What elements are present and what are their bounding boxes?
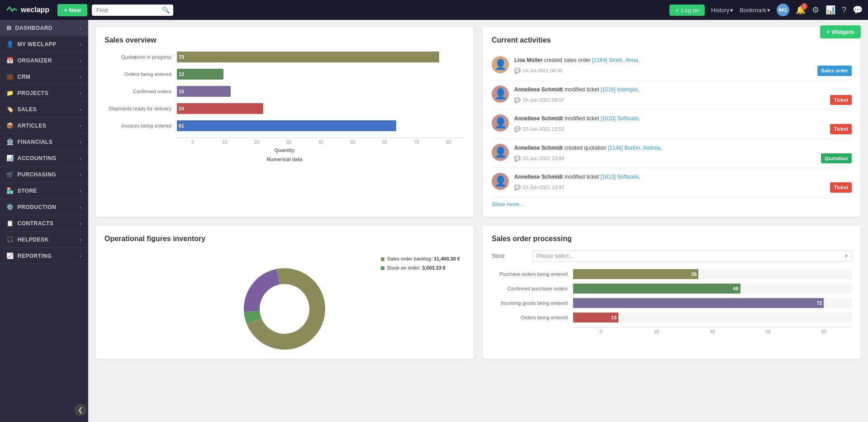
proc-bar-container: 36 [573,269,852,279]
sidebar-item-store[interactable]: 🏪 STORE › [0,183,88,199]
chart-note: Numerical data [104,156,465,162]
activity-link[interactable]: [1146] Burlon, Andrea [608,145,660,151]
search-icon: 🔍 [162,6,170,14]
avatar[interactable]: MG [777,4,789,16]
sidebar-icon-financials: 🏦 [6,138,14,145]
proc-bar-value: 72 [816,300,822,306]
activity-time: 💬 23-Jun-2021 13:48 [514,155,564,162]
proc-bar: 36 [573,269,698,279]
main-content: Sales overview Quotations in progress 73… [88,20,868,422]
bar: 61 [177,120,396,131]
sidebar-item-helpdesk[interactable]: 🎧 HELPDESK › [0,232,88,248]
sidebar-label-reporting: REPORTING [18,253,52,259]
activity-text: Anneliese Schmidt created quotation [114… [514,144,852,152]
history-button[interactable]: History ▾ [711,7,733,14]
sidebar-label-articles: ARTICLES [18,123,47,129]
avatar-icon: 👤 [494,147,507,158]
sidebar-item-reporting[interactable]: 📈 REPORTING › [0,248,88,264]
activity-badge[interactable]: Ticket [830,95,852,105]
pie-legend-dot [381,266,384,270]
sidebar-label-store: STORE [18,188,38,194]
notification-icon-wrap[interactable]: 🔔 5 [796,5,806,15]
activity-badge[interactable]: Ticket [830,124,852,134]
pie-tooltip-line: Sales order backlog: 11,400.30 € [377,255,460,264]
sidebar-icon-purchasing: 🛒 [6,171,14,178]
new-button[interactable]: + New [57,4,87,16]
activity-link[interactable]: [1610] Software [601,115,639,122]
x-tick: 60 [369,140,401,145]
sidebar-chevron-articles: › [80,123,82,128]
store-select[interactable]: Please select... ▾ [532,250,852,262]
pie-legend-label: Sales order backlog: 11,400.30 € [387,255,460,263]
sidebar-item-sales[interactable]: 🏷️ SALES › [0,101,88,118]
bar-row: Orders being entered 13 [104,69,465,80]
activity-meta: 💬 14-Jul-2021 04:36 Sales order [514,66,852,76]
bar-row: Quotations in progress 73 [104,52,465,62]
sidebar-icon-contracts: 📋 [6,220,14,227]
chart-icon[interactable]: 📊 [825,5,835,15]
sidebar-item-financials[interactable]: 🏦 FINANCIALS › [0,134,88,150]
x-tick: 20 [241,140,273,145]
sidebar-item-my-weclapp[interactable]: 👤 MY WECLAPP › [0,36,88,52]
sidebar-item-accounting[interactable]: 📊 ACCOUNTING › [0,150,88,166]
proc-x-tick: 20 [629,329,684,334]
sidebar-icon-dashboard: ⊞ [6,24,12,31]
sidebar-collapse-button[interactable]: ❮ [75,404,86,416]
activity-time: 💬 23-Jun-2021 13:53 [514,125,564,133]
avatar-icon: 👤 [494,88,507,100]
activity-meta: 💬 23-Jun-2021 13:48 Quotation [514,153,852,164]
sidebar-chevron-sales: › [80,107,82,112]
sidebar-chevron-reporting: › [80,253,82,259]
activity-link[interactable]: [1516] esempio [601,86,638,93]
bar-container: 13 [177,69,465,80]
activity-time: 💬 23-Jun-2021 13:47 [514,184,564,191]
bar-value-inside: 15 [179,89,184,94]
activity-link[interactable]: [1613] Software [601,174,639,180]
help-icon[interactable]: ? [842,5,846,15]
operational-figures-title: Operational figures inventory [104,235,465,243]
sidebar-label-accounting: ACCOUNTING [18,155,57,161]
proc-bar-container: 72 [573,298,852,308]
sidebar: ⊞ DASHBOARD › 👤 MY WECLAPP › 📅 ORGANIZER… [0,20,88,422]
proc-x-tick: 40 [684,329,740,334]
search-input[interactable] [92,5,173,16]
proc-bar: 48 [573,284,740,294]
logon-button[interactable]: ✓ Log on [669,5,705,16]
avatar-icon: 👤 [494,175,507,187]
sidebar-item-organizer[interactable]: 📅 ORGANIZER › [0,52,88,69]
chat-icon[interactable]: 💬 [853,5,863,15]
sidebar-label-financials: FINANCIALS [18,139,53,145]
widgets-button[interactable]: + Widgets [820,25,861,38]
sidebar-chevron-projects: › [80,90,82,96]
sidebar-item-projects[interactable]: 📁 PROJECTS › [0,85,88,101]
sidebar-chevron-helpdesk: › [80,237,82,242]
activity-item: 👤 Anneliese Schmidt modified ticket [151… [492,81,852,110]
sidebar-item-dashboard[interactable]: ⊞ DASHBOARD › [0,20,88,36]
sidebar-item-production[interactable]: ⚙️ PRODUCTION › [0,199,88,215]
settings-icon[interactable]: ⚙ [812,5,819,15]
pie-legend-dot [381,257,384,261]
sidebar-item-articles[interactable]: 📦 ARTICLES › [0,118,88,134]
sidebar-icon-crm: 💼 [6,73,14,80]
sidebar-item-contracts[interactable]: 📋 CONTRACTS › [0,215,88,232]
bar: 13 [177,69,223,80]
proc-bar-container: 48 [573,284,852,294]
sidebar-item-crm[interactable]: 💼 CRM › [0,69,88,85]
sidebar-icon-my-weclapp: 👤 [6,41,14,47]
logo[interactable]: weclapp [5,4,49,16]
sidebar-label-production: PRODUCTION [18,204,57,210]
bar-value-inside: 73 [179,54,184,60]
sidebar-item-purchasing[interactable]: 🛒 PURCHASING › [0,166,88,183]
activity-content: Anneliese Schmidt modified ticket [1610]… [514,114,852,134]
activity-avatar: 👤 [492,173,509,190]
show-more-link[interactable]: Show more... [492,201,524,208]
bookmark-button[interactable]: Bookmark ▾ [740,7,770,14]
proc-bar-label: Incoming goods being entered [492,300,573,306]
activity-link[interactable]: [1164] Smith, Anna [592,57,638,63]
activity-badge[interactable]: Sales order [817,66,852,76]
store-placeholder: Please select... [536,253,573,259]
activity-content: Lisa Müller created sales order [1164] S… [514,56,852,76]
activity-badge[interactable]: Quotation [821,153,852,164]
activity-avatar: 👤 [492,85,509,103]
activity-badge[interactable]: Ticket [830,182,852,193]
